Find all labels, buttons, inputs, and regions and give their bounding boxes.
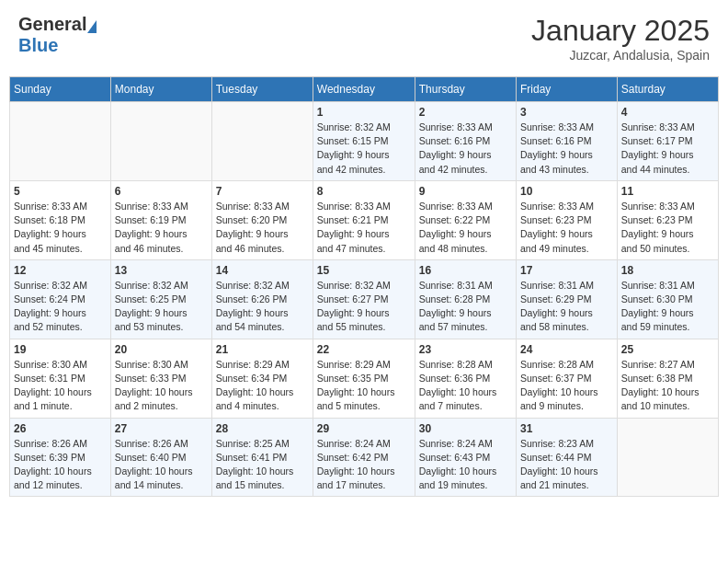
day-number: 25	[621, 343, 714, 356]
day-info: Sunrise: 8:33 AMSunset: 6:23 PMDaylight:…	[520, 200, 613, 256]
day-number: 1	[317, 106, 411, 119]
day-number: 10	[520, 185, 613, 198]
calendar-cell: 28Sunrise: 8:25 AMSunset: 6:41 PMDayligh…	[211, 418, 313, 497]
calendar-cell: 5Sunrise: 8:33 AMSunset: 6:18 PMDaylight…	[10, 180, 111, 259]
calendar-cell: 3Sunrise: 8:33 AMSunset: 6:16 PMDaylight…	[516, 102, 617, 181]
calendar-cell: 11Sunrise: 8:33 AMSunset: 6:23 PMDayligh…	[617, 180, 718, 259]
calendar-cell: 20Sunrise: 8:30 AMSunset: 6:33 PMDayligh…	[110, 339, 211, 418]
calendar-cell: 7Sunrise: 8:33 AMSunset: 6:20 PMDaylight…	[211, 180, 313, 259]
calendar-week-row: 19Sunrise: 8:30 AMSunset: 6:31 PMDayligh…	[10, 339, 719, 418]
calendar-table: SundayMondayTuesdayWednesdayThursdayFrid…	[9, 76, 719, 497]
day-info: Sunrise: 8:26 AMSunset: 6:39 PMDaylight:…	[14, 437, 107, 493]
day-info: Sunrise: 8:33 AMSunset: 6:16 PMDaylight:…	[419, 121, 512, 177]
day-info: Sunrise: 8:32 AMSunset: 6:24 PMDaylight:…	[14, 279, 107, 335]
day-number: 24	[520, 343, 613, 356]
calendar-cell: 22Sunrise: 8:29 AMSunset: 6:35 PMDayligh…	[313, 339, 415, 418]
calendar-cell	[110, 102, 211, 181]
day-info: Sunrise: 8:33 AMSunset: 6:22 PMDaylight:…	[419, 200, 512, 256]
day-info: Sunrise: 8:33 AMSunset: 6:20 PMDaylight:…	[216, 200, 309, 256]
calendar-cell: 30Sunrise: 8:24 AMSunset: 6:43 PMDayligh…	[415, 418, 516, 497]
calendar-cell: 16Sunrise: 8:31 AMSunset: 6:28 PMDayligh…	[415, 259, 516, 339]
calendar-week-row: 26Sunrise: 8:26 AMSunset: 6:39 PMDayligh…	[10, 418, 719, 497]
calendar-cell: 18Sunrise: 8:31 AMSunset: 6:30 PMDayligh…	[617, 259, 718, 339]
calendar-cell: 23Sunrise: 8:28 AMSunset: 6:36 PMDayligh…	[415, 339, 516, 418]
day-number: 16	[419, 264, 512, 277]
day-info: Sunrise: 8:33 AMSunset: 6:17 PMDaylight:…	[621, 121, 714, 177]
day-number: 17	[520, 264, 613, 277]
day-number: 13	[115, 264, 208, 277]
day-number: 26	[14, 422, 107, 435]
day-number: 18	[621, 264, 714, 277]
calendar-cell: 19Sunrise: 8:30 AMSunset: 6:31 PMDayligh…	[10, 339, 111, 418]
day-info: Sunrise: 8:24 AMSunset: 6:42 PMDaylight:…	[317, 437, 411, 493]
calendar-cell: 21Sunrise: 8:29 AMSunset: 6:34 PMDayligh…	[211, 339, 313, 418]
calendar-cell: 12Sunrise: 8:32 AMSunset: 6:24 PMDayligh…	[10, 259, 111, 339]
day-info: Sunrise: 8:32 AMSunset: 6:27 PMDaylight:…	[317, 279, 411, 335]
day-number: 9	[419, 185, 512, 198]
calendar-cell: 6Sunrise: 8:33 AMSunset: 6:19 PMDaylight…	[110, 180, 211, 259]
calendar-cell: 10Sunrise: 8:33 AMSunset: 6:23 PMDayligh…	[516, 180, 617, 259]
day-number: 29	[317, 422, 411, 435]
calendar-header-tuesday: Tuesday	[211, 77, 313, 102]
calendar-header-saturday: Saturday	[617, 77, 718, 102]
day-number: 2	[419, 106, 512, 119]
location: Juzcar, Andalusia, Spain	[531, 48, 710, 63]
day-number: 12	[14, 264, 107, 277]
day-info: Sunrise: 8:32 AMSunset: 6:26 PMDaylight:…	[216, 279, 309, 335]
day-number: 27	[115, 422, 208, 435]
calendar-cell: 9Sunrise: 8:33 AMSunset: 6:22 PMDaylight…	[415, 180, 516, 259]
day-number: 4	[621, 106, 714, 119]
day-number: 5	[14, 185, 107, 198]
calendar-header-friday: Friday	[516, 77, 617, 102]
calendar-cell: 27Sunrise: 8:26 AMSunset: 6:40 PMDayligh…	[110, 418, 211, 497]
calendar-cell: 26Sunrise: 8:26 AMSunset: 6:39 PMDayligh…	[10, 418, 111, 497]
day-number: 19	[14, 343, 107, 356]
calendar-cell: 17Sunrise: 8:31 AMSunset: 6:29 PMDayligh…	[516, 259, 617, 339]
calendar-cell: 14Sunrise: 8:32 AMSunset: 6:26 PMDayligh…	[211, 259, 313, 339]
month-title: January 2025	[531, 14, 710, 48]
page-header: General Blue January 2025 Juzcar, Andalu…	[9, 9, 719, 67]
day-info: Sunrise: 8:30 AMSunset: 6:33 PMDaylight:…	[115, 358, 208, 414]
calendar-cell: 29Sunrise: 8:24 AMSunset: 6:42 PMDayligh…	[313, 418, 415, 497]
logo-general: General	[18, 14, 86, 34]
calendar-cell: 4Sunrise: 8:33 AMSunset: 6:17 PMDaylight…	[617, 102, 718, 181]
calendar-header-sunday: Sunday	[10, 77, 111, 102]
calendar-cell: 25Sunrise: 8:27 AMSunset: 6:38 PMDayligh…	[617, 339, 718, 418]
day-info: Sunrise: 8:30 AMSunset: 6:31 PMDaylight:…	[14, 358, 107, 414]
calendar-header-wednesday: Wednesday	[313, 77, 415, 102]
day-number: 15	[317, 264, 411, 277]
calendar-cell: 31Sunrise: 8:23 AMSunset: 6:44 PMDayligh…	[516, 418, 617, 497]
day-number: 30	[419, 422, 512, 435]
day-number: 31	[520, 422, 613, 435]
day-info: Sunrise: 8:29 AMSunset: 6:34 PMDaylight:…	[216, 358, 309, 414]
calendar-week-row: 1Sunrise: 8:32 AMSunset: 6:15 PMDaylight…	[10, 102, 719, 181]
day-info: Sunrise: 8:33 AMSunset: 6:16 PMDaylight:…	[520, 121, 613, 177]
day-number: 23	[419, 343, 512, 356]
day-number: 3	[520, 106, 613, 119]
logo-icon	[87, 20, 97, 33]
day-number: 6	[115, 185, 208, 198]
day-info: Sunrise: 8:27 AMSunset: 6:38 PMDaylight:…	[621, 358, 714, 414]
calendar-week-row: 12Sunrise: 8:32 AMSunset: 6:24 PMDayligh…	[10, 259, 719, 339]
day-info: Sunrise: 8:32 AMSunset: 6:25 PMDaylight:…	[115, 279, 208, 335]
calendar-cell: 15Sunrise: 8:32 AMSunset: 6:27 PMDayligh…	[313, 259, 415, 339]
day-number: 14	[216, 264, 309, 277]
day-info: Sunrise: 8:28 AMSunset: 6:36 PMDaylight:…	[419, 358, 512, 414]
calendar-cell	[211, 102, 313, 181]
day-info: Sunrise: 8:31 AMSunset: 6:29 PMDaylight:…	[520, 279, 613, 335]
day-number: 7	[216, 185, 309, 198]
calendar-cell: 13Sunrise: 8:32 AMSunset: 6:25 PMDayligh…	[110, 259, 211, 339]
day-info: Sunrise: 8:23 AMSunset: 6:44 PMDaylight:…	[520, 437, 613, 493]
logo: General Blue	[18, 14, 97, 56]
calendar-header-thursday: Thursday	[415, 77, 516, 102]
day-info: Sunrise: 8:32 AMSunset: 6:15 PMDaylight:…	[317, 121, 411, 177]
day-info: Sunrise: 8:33 AMSunset: 6:21 PMDaylight:…	[317, 200, 411, 256]
calendar-header-row: SundayMondayTuesdayWednesdayThursdayFrid…	[10, 77, 719, 102]
title-area: January 2025 Juzcar, Andalusia, Spain	[531, 14, 710, 63]
calendar-cell: 1Sunrise: 8:32 AMSunset: 6:15 PMDaylight…	[313, 102, 415, 181]
calendar-cell	[617, 418, 718, 497]
calendar-cell: 8Sunrise: 8:33 AMSunset: 6:21 PMDaylight…	[313, 180, 415, 259]
day-info: Sunrise: 8:31 AMSunset: 6:28 PMDaylight:…	[419, 279, 512, 335]
calendar-cell	[10, 102, 111, 181]
day-number: 22	[317, 343, 411, 356]
